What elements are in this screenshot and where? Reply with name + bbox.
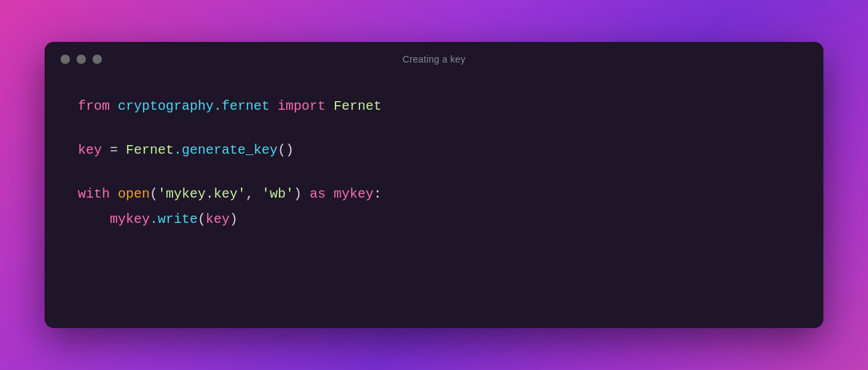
keyword-as: as — [310, 186, 326, 202]
space — [326, 98, 333, 114]
space — [102, 142, 110, 158]
dot-2: . — [174, 142, 182, 158]
builtin-open: open — [118, 186, 150, 202]
paren-open: ( — [150, 186, 158, 202]
var-key: key — [78, 142, 102, 158]
minimize-button-icon[interactable] — [77, 55, 86, 64]
space — [270, 98, 278, 114]
var-mykey: mykey — [333, 186, 373, 202]
keyword-import: import — [278, 98, 326, 114]
space — [110, 186, 118, 202]
indent — [78, 212, 110, 227]
str-wb: 'wb' — [262, 186, 294, 202]
fn-write: write — [158, 212, 198, 227]
code-spacer-1 — [78, 122, 790, 140]
code-line-2: key = Fernet.generate_key() — [78, 140, 790, 160]
colon: : — [373, 186, 381, 202]
str-mykey-key: 'mykey.key' — [158, 186, 246, 202]
module-fernet: fernet — [222, 98, 270, 114]
keyword-with: with — [78, 186, 110, 202]
maximize-button-icon[interactable] — [93, 55, 102, 64]
class-fernet: Fernet — [333, 98, 381, 114]
module-cryptography: cryptography — [118, 98, 214, 114]
var-key-2: key — [206, 212, 230, 227]
comma: , — [246, 186, 254, 202]
code-line-3: with open('mykey.key', 'wb') as mykey: — [78, 184, 790, 204]
window-title: Creating a key — [403, 54, 465, 65]
traffic-lights — [61, 55, 102, 64]
space — [302, 186, 310, 202]
code-spacer-2 — [78, 166, 790, 184]
titlebar: Creating a key — [45, 42, 823, 77]
code-window: Creating a key from cryptography.fernet … — [45, 42, 823, 328]
close-button-icon[interactable] — [61, 55, 70, 64]
paren-close: ) — [294, 186, 302, 202]
code-area: from cryptography.fernet import Fernet k… — [45, 77, 823, 268]
var-mykey-2: mykey — [110, 212, 150, 227]
space — [110, 98, 118, 114]
paren-close-2: ) — [230, 212, 238, 227]
code-line-1: from cryptography.fernet import Fernet — [78, 96, 790, 116]
op-equals: = — [110, 142, 118, 158]
dot: . — [214, 98, 222, 114]
keyword-from: from — [78, 98, 110, 114]
fn-generate-key: generate_key — [182, 142, 278, 158]
code-line-4: mykey.write(key) — [78, 210, 790, 230]
class-fernet-2: Fernet — [126, 142, 174, 158]
space — [254, 186, 262, 202]
parens: () — [278, 142, 294, 158]
paren-open-2: ( — [198, 212, 206, 227]
dot-3: . — [150, 212, 158, 227]
space — [326, 186, 333, 202]
space — [118, 142, 126, 158]
